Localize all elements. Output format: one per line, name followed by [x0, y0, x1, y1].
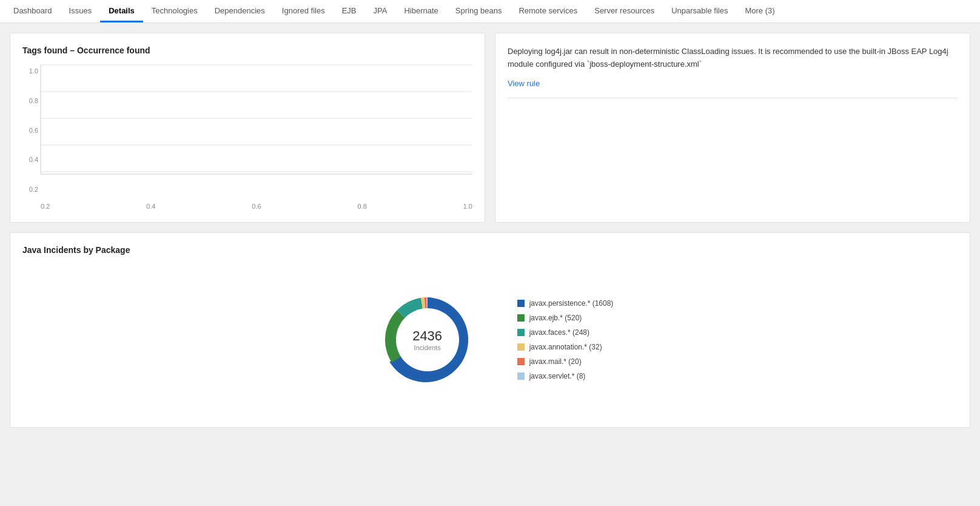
legend-item: javax.servlet.* (8): [517, 372, 614, 380]
y-label: 0.6: [22, 127, 38, 134]
legend-item: javax.mail.* (20): [517, 357, 614, 366]
scatter-svg: [41, 65, 472, 198]
x-label: 0.4: [146, 203, 155, 210]
main-content: Tags found – Occurrence found 1.0 0.8 0.…: [0, 23, 980, 437]
legend-color-swatch: [517, 329, 525, 336]
nav-item-dependencies[interactable]: Dependencies: [206, 0, 274, 22]
chart-body: 0.2 0.4 0.6 0.8 1.0: [41, 65, 472, 210]
nav-item-technologies[interactable]: Technologies: [143, 0, 206, 22]
x-label: 0.6: [252, 203, 261, 210]
info-text: Deploying log4j.jar can result in non-de…: [508, 46, 958, 71]
donut-chart: 2436 Incidents: [367, 279, 488, 400]
legend-label: javax.annotation.* (32): [529, 343, 602, 351]
legend-item: javax.annotation.* (32): [517, 343, 614, 351]
nav-bar: DashboardIssuesDetailsTechnologiesDepend…: [0, 0, 980, 23]
legend-label: javax.faces.* (248): [529, 328, 589, 337]
donut-center: 2436 Incidents: [412, 328, 442, 351]
legend-color-swatch: [517, 373, 525, 380]
donut-number: 2436: [412, 328, 442, 344]
legend-label: javax.persistence.* (1608): [529, 299, 614, 308]
legend-color-swatch: [517, 358, 525, 365]
legend-color-swatch: [517, 300, 525, 307]
view-rule-link[interactable]: View rule: [508, 79, 540, 88]
y-label: 0.2: [22, 186, 38, 193]
nav-item-hibernate[interactable]: Hibernate: [395, 0, 446, 22]
info-card: Deploying log4j.jar can result in non-de…: [495, 33, 970, 223]
legend-item: javax.persistence.* (1608): [517, 299, 614, 308]
info-divider: [508, 98, 958, 98]
donut-card-title: Java Incidents by Package: [22, 245, 958, 255]
x-label: 0.8: [358, 203, 367, 210]
nav-item-ignored-files[interactable]: Ignored files: [274, 0, 334, 22]
legend-label: javax.mail.* (20): [529, 357, 582, 366]
donut-label: Incidents: [412, 344, 442, 351]
nav-item-more-3[interactable]: More (3): [736, 0, 783, 22]
nav-item-jpa[interactable]: JPA: [365, 0, 396, 22]
legend-item: javax.ejb.* (520): [517, 314, 614, 322]
y-label: 0.8: [22, 97, 38, 104]
donut-legend: javax.persistence.* (1608)javax.ejb.* (5…: [517, 299, 614, 380]
legend-label: javax.ejb.* (520): [529, 314, 582, 322]
nav-item-dashboard[interactable]: Dashboard: [5, 0, 61, 22]
donut-card: Java Incidents by Package: [10, 232, 970, 428]
nav-item-details[interactable]: Details: [100, 0, 143, 22]
scatter-card: Tags found – Occurrence found 1.0 0.8 0.…: [10, 33, 485, 223]
x-axis: 0.2 0.4 0.6 0.8 1.0: [41, 203, 472, 210]
top-row: Tags found – Occurrence found 1.0 0.8 0.…: [10, 33, 970, 223]
x-label: 0.2: [41, 203, 50, 210]
y-label: 1.0: [22, 67, 38, 75]
nav-item-remote-services[interactable]: Remote services: [510, 0, 586, 22]
nav-item-spring-beans[interactable]: Spring beans: [447, 0, 511, 22]
y-label: 0.4: [22, 156, 38, 163]
donut-section: 2436 Incidents javax.persistence.* (1608…: [22, 265, 958, 415]
legend-item: javax.faces.* (248): [517, 328, 614, 337]
scatter-card-title: Tags found – Occurrence found: [22, 46, 472, 55]
legend-label: javax.servlet.* (8): [529, 372, 586, 380]
nav-item-issues[interactable]: Issues: [61, 0, 101, 22]
nav-item-unparsable-files[interactable]: Unparsable files: [663, 0, 736, 22]
legend-color-swatch: [517, 343, 525, 351]
nav-item-ejb[interactable]: EJB: [334, 0, 365, 22]
x-label: 1.0: [463, 203, 472, 210]
y-axis: 1.0 0.8 0.6 0.4 0.2: [22, 65, 38, 210]
nav-item-server-resources[interactable]: Server resources: [586, 0, 663, 22]
legend-color-swatch: [517, 314, 525, 322]
